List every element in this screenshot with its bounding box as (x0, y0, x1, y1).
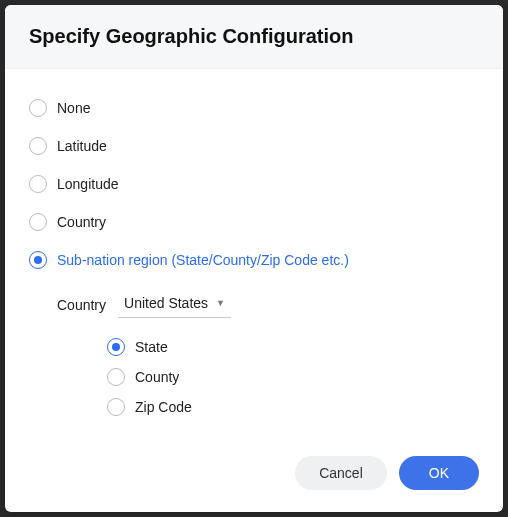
radio-option-subnation[interactable]: Sub-nation region (State/County/Zip Code… (29, 241, 479, 279)
radio-icon (107, 338, 125, 356)
radio-icon (29, 99, 47, 117)
radio-label: Longitude (57, 176, 119, 192)
radio-option-county[interactable]: County (107, 362, 479, 392)
radio-option-zip[interactable]: Zip Code (107, 392, 479, 422)
cancel-button[interactable]: Cancel (295, 456, 387, 490)
subnation-section: Country United States ▼ State County Zi (29, 285, 479, 422)
radio-label: Zip Code (135, 399, 192, 415)
dialog-header: Specify Geographic Configuration (5, 5, 503, 69)
radio-icon (29, 137, 47, 155)
country-label: Country (57, 297, 106, 313)
radio-icon (107, 398, 125, 416)
dialog-footer: Cancel OK (5, 440, 503, 512)
radio-label: County (135, 369, 179, 385)
radio-icon (29, 213, 47, 231)
radio-label: Country (57, 214, 106, 230)
dialog-title: Specify Geographic Configuration (29, 25, 479, 48)
dialog-body: None Latitude Longitude Country Sub-nati… (5, 69, 503, 440)
country-dropdown-value: United States (124, 295, 208, 311)
radio-option-longitude[interactable]: Longitude (29, 165, 479, 203)
country-dropdown[interactable]: United States ▼ (118, 291, 231, 318)
radio-label: Sub-nation region (State/County/Zip Code… (57, 252, 349, 268)
radio-label: Latitude (57, 138, 107, 154)
radio-label: None (57, 100, 90, 116)
country-row: Country United States ▼ (57, 285, 479, 332)
radio-option-country[interactable]: Country (29, 203, 479, 241)
ok-button[interactable]: OK (399, 456, 479, 490)
radio-icon (107, 368, 125, 386)
geographic-config-dialog: Specify Geographic Configuration None La… (5, 5, 503, 512)
radio-option-state[interactable]: State (107, 332, 479, 362)
subnation-radios: State County Zip Code (57, 332, 479, 422)
radio-icon (29, 251, 47, 269)
radio-label: State (135, 339, 168, 355)
radio-icon (29, 175, 47, 193)
radio-option-latitude[interactable]: Latitude (29, 127, 479, 165)
chevron-down-icon: ▼ (216, 298, 225, 308)
radio-option-none[interactable]: None (29, 89, 479, 127)
